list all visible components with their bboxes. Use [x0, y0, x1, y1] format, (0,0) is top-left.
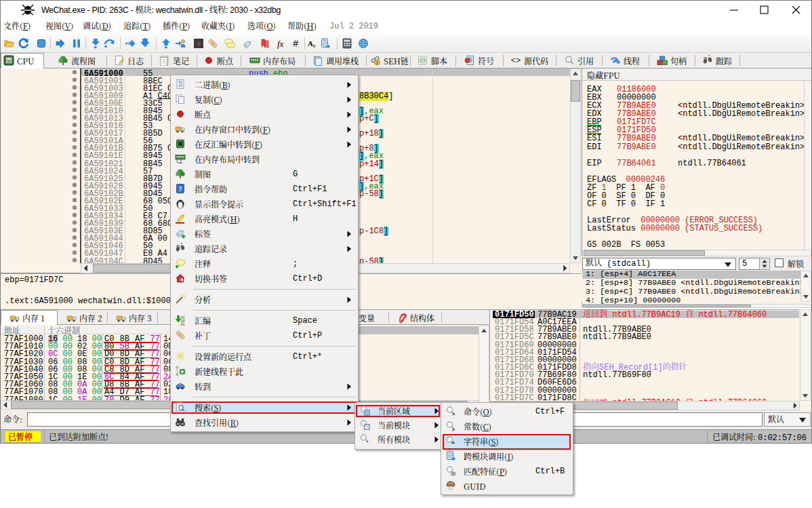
svg-text:#: #	[293, 39, 298, 49]
svg-text:A: A	[308, 39, 313, 47]
svg-text:z: z	[313, 43, 316, 49]
svg-text:*: *	[366, 439, 368, 445]
svg-text:<>: <>	[511, 56, 521, 66]
svg-text:fx: fx	[277, 39, 284, 49]
svg-text:n: n	[181, 278, 182, 281]
svg-text:?: ?	[179, 185, 182, 193]
svg-text:!: !	[376, 60, 378, 65]
svg-text:<>: <>	[420, 58, 426, 63]
svg-text:“: “	[451, 439, 455, 446]
svg-text:#: #	[452, 427, 455, 432]
svg-text:10: 10	[178, 84, 182, 87]
svg-text:>: >	[452, 411, 455, 416]
svg-text:01: 01	[180, 323, 184, 326]
svg-text:32: 32	[7, 59, 12, 63]
svg-text:S: S	[197, 39, 201, 47]
